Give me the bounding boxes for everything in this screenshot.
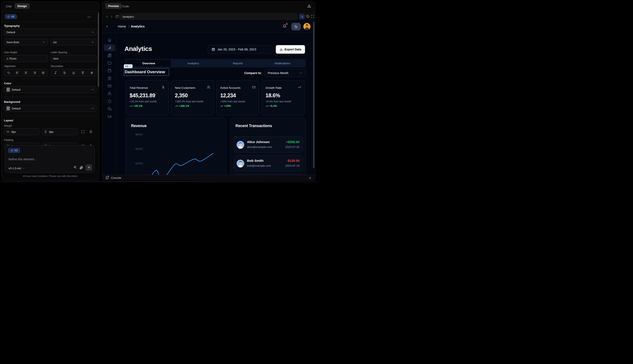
copy-icon[interactable] — [306, 15, 309, 18]
dark-mode-toggle[interactable] — [291, 23, 301, 30]
download-icon[interactable] — [307, 4, 311, 8]
sidebar-expand-icon[interactable] — [106, 25, 109, 28]
left-panel-scrollbar[interactable] — [98, 12, 99, 87]
svg-text:$3000: $3000 — [135, 162, 143, 165]
layout-section-title: Layout — [4, 119, 13, 122]
dashboard-tab-reports[interactable]: Reports — [216, 60, 260, 67]
line-height-input[interactable]: 1.75rem — [4, 55, 48, 62]
chevrons-up-icon[interactable] — [308, 176, 312, 180]
font-size-select[interactable]: 2xl — [51, 39, 97, 46]
lock-margin-icon[interactable] — [89, 130, 93, 134]
background-select[interactable]: Default — [4, 105, 97, 112]
refresh-icon[interactable] — [115, 15, 118, 18]
breadcrumb-home[interactable]: Home — [118, 25, 126, 28]
undo-icon[interactable] — [7, 71, 10, 74]
composer-element-chip[interactable]: h3 — [8, 148, 20, 153]
chevron-down-icon — [91, 107, 94, 110]
tab-preview[interactable]: Preview — [105, 3, 122, 9]
align-right-icon[interactable] — [33, 71, 36, 74]
user-avatar[interactable] — [303, 23, 311, 30]
stat-subtext: +5.4% from last month — [266, 100, 291, 103]
color-select[interactable]: Default — [4, 86, 97, 93]
sidebar-item-messages[interactable] — [104, 106, 115, 112]
v0-workspace: Chat Design h3 Typography Default Semi B… — [0, 0, 316, 182]
design-sidebar-panel: Chat Design h3 Typography Default Semi B… — [1, 1, 99, 181]
bell-icon[interactable] — [283, 24, 286, 28]
composer-input[interactable]: Refine this element… — [9, 158, 37, 161]
preview-scrollbar[interactable] — [313, 22, 314, 168]
expand-margin-icon[interactable] — [81, 130, 85, 134]
dashboard-tab-overview[interactable]: Overview — [126, 60, 171, 67]
underline-icon[interactable] — [72, 71, 75, 74]
forward-icon[interactable] — [110, 15, 113, 18]
margin-x-input[interactable]: 0px — [4, 128, 40, 135]
transactions-card: Recent Transactions Alice Johnsonalice@e… — [230, 118, 306, 175]
italic-icon[interactable] — [54, 71, 57, 74]
tab-chat[interactable]: Chat — [6, 5, 12, 8]
sidebar-item-receipt[interactable] — [104, 75, 115, 82]
sparkles-icon[interactable] — [73, 166, 77, 169]
dashboard-tab-notifications[interactable]: Notifications — [260, 60, 305, 67]
background-section-title: Background — [4, 100, 20, 104]
stat-trend: +180.1% — [175, 104, 189, 108]
chevron-down-icon — [22, 167, 25, 170]
back-icon[interactable] — [105, 15, 109, 18]
fullscreen-icon[interactable] — [311, 15, 314, 18]
transaction-email: alice@example.com — [247, 146, 272, 148]
compare-value: Previous Month — [268, 71, 288, 75]
newspaper-icon — [108, 54, 111, 57]
app-sidebar — [103, 33, 117, 175]
page-title: Analytics — [124, 45, 152, 52]
color-section-title: Color — [4, 82, 11, 85]
sidebar-item-shield[interactable] — [104, 98, 115, 105]
align-justify-icon[interactable] — [42, 71, 45, 74]
dashboard-tab-analytics[interactable]: Analytics — [171, 60, 216, 67]
font-select[interactable]: Default — [4, 29, 97, 36]
align-left-icon[interactable] — [16, 71, 19, 74]
color-value: Default — [12, 88, 21, 91]
background-value: Default — [12, 107, 21, 110]
sidebar-item-folder[interactable] — [104, 60, 115, 66]
sidebar-item-wallet[interactable] — [104, 67, 115, 74]
svg-text:$6000: $6000 — [135, 133, 143, 136]
selected-element-chip[interactable]: h3 — [5, 14, 17, 19]
sidebar-item-credit-card[interactable] — [104, 82, 115, 90]
stat-trend: +20.1% — [130, 104, 143, 108]
url-input[interactable]: /analytics — [119, 14, 298, 20]
margin-y-input[interactable]: 0px — [42, 128, 78, 135]
sidebar-item-users[interactable] — [104, 90, 115, 97]
transaction-row[interactable]: Alice Johnsonalice@example.com+$350.0020… — [234, 136, 303, 152]
compare-select[interactable]: Previous Month — [265, 69, 306, 77]
no-decoration-icon[interactable] — [90, 71, 93, 74]
model-select[interactable]: v0-1.5-md — [9, 167, 25, 170]
font-weight-select[interactable]: Semi Bold — [4, 39, 48, 46]
sidebar-item-video[interactable] — [104, 113, 115, 120]
stat-card-total-revenue: Total Revenue$45,231.89+20.1% from last … — [126, 80, 169, 115]
tab-code[interactable]: Code — [122, 5, 129, 8]
trending-up-icon — [266, 105, 268, 108]
align-center-icon[interactable] — [24, 71, 28, 74]
transaction-row[interactable]: Bob Smithbob@example.com-$120.502023-07-… — [234, 155, 303, 171]
font-weight-value: Semi Bold — [7, 41, 19, 44]
sidebar-item-home[interactable] — [104, 36, 115, 44]
compare-label: Compare to: — [244, 71, 262, 75]
overline-icon[interactable] — [81, 71, 84, 74]
inspect-cursor-button[interactable] — [299, 14, 305, 19]
disclaimer-text: v0 may make mistakes. Please use with di… — [2, 175, 99, 177]
tab-design[interactable]: Design — [15, 3, 30, 9]
inspected-element-chip[interactable]: h3 — [124, 64, 133, 68]
paperclip-icon[interactable] — [80, 166, 83, 170]
export-data-button[interactable]: Export Data — [276, 45, 305, 54]
date-range-button[interactable]: Jan 20, 2023 - Feb 09, 2023 — [207, 45, 272, 54]
letter-spacing-input[interactable]: 0em — [51, 55, 97, 62]
sidebar-item-bar-chart[interactable] — [104, 44, 115, 51]
date-range-value: Jan 20, 2023 - Feb 09, 2023 — [218, 48, 256, 51]
send-button[interactable] — [86, 164, 92, 171]
home-icon — [108, 38, 111, 42]
console-bar[interactable]: Console — [103, 175, 315, 181]
more-options-icon[interactable] — [87, 15, 91, 19]
transaction-amount: +$350.00 — [286, 140, 299, 144]
sidebar-item-newspaper[interactable] — [104, 52, 115, 59]
strikethrough-icon[interactable] — [63, 71, 66, 74]
selected-heading-element[interactable]: Dashboard Overview — [124, 68, 169, 76]
